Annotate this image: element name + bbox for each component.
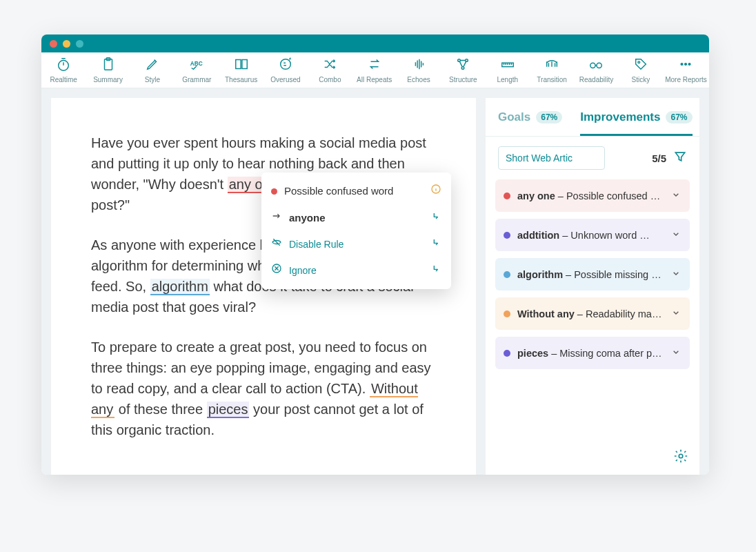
repeat-icon [367,57,382,73]
tool-morereports[interactable]: More Reports [665,57,707,83]
maximize-dot[interactable] [76,40,83,48]
content-area: Have you ever spent hours making a socia… [41,88,709,475]
color-dot [504,350,510,357]
svg-point-17 [679,454,683,458]
highlight-purple[interactable]: pieces [207,402,250,418]
tool-thesaurus[interactable]: Thesaurus [221,57,261,83]
tool-echoes[interactable]: Echoes [399,57,439,83]
svg-point-7 [462,67,465,70]
tool-label: Realtime [50,76,77,83]
tool-label: Echoes [407,76,430,83]
apply-icon[interactable] [430,237,441,252]
tool-label: Combo [319,76,341,83]
color-dot [504,310,510,317]
ruler-icon [500,57,515,73]
eye-off-icon [271,237,282,252]
suggestion-popup: Possible confused word anyone Disable Ru… [261,172,451,289]
svg-point-9 [590,63,595,68]
bridge-icon [544,57,559,73]
svg-point-10 [597,63,601,68]
issue-text: any one – Possible confused … [517,190,664,201]
tool-style[interactable]: Style [132,57,172,83]
tool-label: Summary [93,76,123,83]
shuffle-icon [322,57,337,73]
popup-disable-text: Disable Rule [289,237,344,252]
book-icon [234,57,249,73]
issue-text: pieces – Missing coma after p… [517,348,664,359]
tool-label: Structure [449,76,477,83]
apply-icon[interactable] [430,210,441,226]
svg-point-5 [458,59,461,62]
tab-improvements[interactable]: Improvements 67% [580,98,692,136]
tool-structure[interactable]: Structure [443,57,483,83]
tool-summary[interactable]: Summary [88,57,128,83]
tool-label: Style [145,76,160,83]
tool-label: More Reports [665,76,707,83]
tool-overused[interactable]: Overused [266,57,306,83]
chevron-down-icon [670,268,682,281]
tag-icon [633,57,648,73]
apply-icon[interactable] [430,263,441,278]
popup-ignore[interactable]: Ignore [261,257,451,284]
tool-label: Overused [270,76,300,83]
color-dot [271,188,277,195]
cancel-icon [271,263,282,278]
popup-suggestion-text: anyone [289,210,326,226]
svg-point-6 [466,59,468,62]
tool-label: Transition [537,76,567,83]
filter-icon[interactable] [673,150,687,166]
svg-point-4 [281,59,291,70]
color-dot [504,193,510,199]
color-dot [504,232,510,239]
info-icon[interactable] [430,184,441,199]
tool-combo[interactable]: Combo [310,57,350,83]
settings-button[interactable] [673,448,688,466]
tool-transition[interactable]: Transition [532,57,572,83]
color-dot [504,271,510,278]
issue-item[interactable]: Without any – Readability ma… [495,297,690,330]
highlight-blue[interactable]: algorithm [150,279,210,295]
tool-label: Sticky [632,76,650,83]
popup-suggestion[interactable]: anyone [261,205,451,232]
minimize-dot[interactable] [63,40,70,48]
glasses-icon [588,57,604,73]
filter-select[interactable]: Short Web Artic [498,146,605,170]
issue-item[interactable]: algorithm – Possible missing … [495,258,690,290]
issue-item[interactable]: pieces – Missing coma after p… [495,337,690,369]
svg-point-11 [638,61,640,63]
issue-text: addtition – Unknown word … [517,230,664,241]
popup-title: Possible confused word [261,178,451,205]
issue-text: Without any – Readability ma… [517,308,664,319]
app-window: Realtime Summary Style ABC Grammar Thesa… [41,34,709,475]
tool-realtime[interactable]: Realtime [43,57,83,83]
paragraph: To prepare to create a great post, you n… [91,337,441,440]
issue-item[interactable]: any one – Possible confused … [495,179,690,212]
tab-badge: 67% [666,111,692,124]
tool-label: Grammar [182,76,211,83]
toolbar: Realtime Summary Style ABC Grammar Thesa… [41,52,709,88]
popup-title-text: Possible confused word [284,184,393,199]
tool-allrepeats[interactable]: All Repeats [355,57,395,83]
soundwave-icon [411,57,426,73]
titlebar [41,34,709,52]
timer-icon [56,57,71,73]
pen-icon [145,57,160,73]
tool-label: Readability [579,76,613,83]
tool-readability[interactable]: Readability [576,57,616,83]
abc-icon: ABC [189,57,204,73]
tool-sticky[interactable]: Sticky [621,57,661,83]
tab-label: Improvements [580,110,660,124]
issue-item[interactable]: addtition – Unknown word … [495,219,690,251]
gear-icon [673,454,688,466]
tool-grammar[interactable]: ABC Grammar [177,57,217,83]
editor[interactable]: Have you ever spent hours making a socia… [51,98,476,475]
tab-goals[interactable]: Goals 67% [498,98,562,136]
issue-text: algorithm – Possible missing … [517,269,664,280]
popup-disable-rule[interactable]: Disable Rule [261,231,451,257]
sidebar-tabs: Goals 67% Improvements 67% [486,98,699,137]
tool-length[interactable]: Length [488,57,528,83]
clipboard-icon [101,57,116,73]
chevron-down-icon [670,307,682,320]
close-dot[interactable] [50,40,57,48]
popup-ignore-text: Ignore [289,264,317,278]
